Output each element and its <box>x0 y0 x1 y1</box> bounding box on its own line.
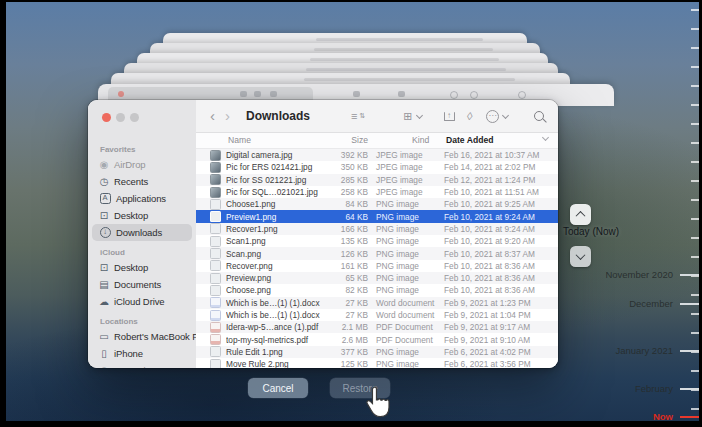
file-date-added: Feb 10, 2021 at 8:36 AM <box>444 261 558 271</box>
file-row[interactable]: Choose1.png84 KBPNG imageFeb 10, 2021 at… <box>196 198 558 210</box>
file-row[interactable]: Which is be…(1) (1).docx27 KBWord docume… <box>196 309 558 321</box>
file-date-added: Feb 6, 2021 at 3:56 PM <box>444 359 558 368</box>
file-size: 2.1 MB <box>334 322 368 332</box>
time-machine-screen: Favorites◉AirDrop◷RecentsAApplications⊡D… <box>0 0 702 427</box>
sort-direction-icon[interactable] <box>542 134 549 141</box>
file-size: 350 KB <box>334 162 368 172</box>
timeline-tick <box>691 313 699 315</box>
file-row[interactable]: Digital camera.jpg392 KBJPEG imageFeb 16… <box>196 149 558 161</box>
file-name: Pic for SS 021221.jpg <box>226 175 334 185</box>
back-icon[interactable]: ‹ <box>210 109 215 123</box>
file-thumbnail <box>210 211 221 222</box>
minimize-window-button[interactable] <box>116 113 125 122</box>
file-thumbnail <box>210 199 221 210</box>
network-icon: ⊕ <box>98 366 110 369</box>
tag-icon[interactable]: ◊ <box>467 111 472 122</box>
timeline-tick <box>691 237 699 239</box>
column-header-name[interactable]: Name <box>228 135 251 145</box>
file-row[interactable]: Scan.png126 KBPNG imageFeb 10, 2021 at 8… <box>196 247 558 259</box>
file-row[interactable]: Pic for ERS 021421.jpg350 KBJPEG imageFe… <box>196 161 558 173</box>
finder-toolbar: ‹ › Downloads ≡⇅⊞↑◊⋯ <box>196 100 558 133</box>
file-name: Which is be…(1) (1).docx <box>226 298 334 308</box>
timeline-marker-label[interactable]: January 2021 <box>615 345 673 356</box>
sidebar-item-iphone[interactable]: ▯iPhone <box>92 345 192 362</box>
file-row[interactable]: Which is be…(1) (1).docx27 KBWord docume… <box>196 297 558 309</box>
column-header-size[interactable]: Size <box>326 135 368 145</box>
file-date-added: Feb 9, 2021 at 9:10 AM <box>444 335 558 345</box>
file-thumbnail <box>210 223 221 234</box>
file-thumbnail <box>210 162 221 173</box>
sidebar-item-robert-s-macbook-pro[interactable]: ▭Robert's MacBook Pro <box>92 328 192 345</box>
desktop-icon: ⊡ <box>98 211 110 221</box>
file-row[interactable]: top-my-sql-metrics.pdf2.6 MBPDF Document… <box>196 333 558 345</box>
sidebar-item-network[interactable]: ⊕Network <box>92 362 192 368</box>
faded-toolbar-icon <box>398 91 405 97</box>
file-row[interactable]: Idera-wp-5…ance (1).pdf2.1 MBPDF Documen… <box>196 321 558 333</box>
file-row[interactable]: Scan1.png135 KBPNG imageFeb 10, 2021 at … <box>196 235 558 247</box>
sidebar-section-label: iCloud <box>100 248 196 257</box>
zoom-window-button[interactable] <box>130 113 139 122</box>
iphone-icon: ▯ <box>98 349 110 359</box>
file-date-added: Feb 10, 2021 at 11:51 AM <box>444 187 558 197</box>
timeline-marker-label[interactable]: February <box>635 383 673 394</box>
timeline-marker-label[interactable]: December <box>629 298 673 309</box>
forward-icon[interactable]: › <box>225 109 230 123</box>
file-row[interactable]: Pic for SQL…021021.jpg258 KBJPEG imageFe… <box>196 186 558 198</box>
macbook-icon: ▭ <box>98 332 110 342</box>
timeline-tick <box>691 66 699 68</box>
file-row[interactable]: Rule Edit 1.png377 KBPNG imageFeb 6, 202… <box>196 346 558 358</box>
timeline-marker-label[interactable]: November 2020 <box>605 269 673 280</box>
file-name: Preview.png <box>226 273 334 283</box>
file-size: 392 KB <box>334 150 368 160</box>
group-icon[interactable]: ⊞ <box>403 111 421 122</box>
sidebar-item-desktop[interactable]: ⊡Desktop <box>92 207 192 224</box>
file-row[interactable]: Move Rule 2.png125 KBPNG imageFeb 6, 202… <box>196 358 558 368</box>
timeline-marker-label[interactable]: Now <box>653 411 673 422</box>
file-kind: PDF Document <box>376 335 438 345</box>
timeline-tick <box>691 28 699 30</box>
cancel-button[interactable]: Cancel <box>248 378 308 398</box>
file-date-added: Feb 10, 2021 at 9:24 AM <box>444 224 558 234</box>
faded-toolbar-icon <box>470 91 478 99</box>
file-size: 125 KB <box>334 359 368 368</box>
file-name: Move Rule 2.png <box>226 359 334 368</box>
search-icon[interactable] <box>534 111 544 121</box>
sidebar-item-icloud-drive[interactable]: ☁iCloud Drive <box>92 293 192 310</box>
file-row[interactable]: Pic for SS 021221.jpg285 KBJPEG imageFeb… <box>196 174 558 186</box>
column-header-date-added[interactable]: Date Added <box>446 135 493 145</box>
clock-icon: ◷ <box>98 177 110 187</box>
column-header-kind[interactable]: Kind <box>412 135 429 145</box>
share-icon[interactable]: ↑ <box>444 112 455 121</box>
file-row[interactable]: Recover1.png166 KBPNG imageFeb 10, 2021 … <box>196 223 558 235</box>
sidebar-item-airdrop[interactable]: ◉AirDrop <box>92 156 192 173</box>
timeline-tick <box>691 218 699 220</box>
sidebar-item-desktop[interactable]: ⊡Desktop <box>92 259 192 276</box>
sidebar-item-downloads[interactable]: ↓Downloads <box>92 224 192 241</box>
faded-toolbar-icon <box>240 91 247 97</box>
toolbar-icons: ≡⇅⊞↑◊⋯ <box>351 110 544 123</box>
sidebar-item-recents[interactable]: ◷Recents <box>92 173 192 190</box>
timeline-tick <box>691 85 699 87</box>
file-row[interactable]: Preview1.png64 KBPNG imageFeb 10, 2021 a… <box>196 210 558 222</box>
snapshot-timeline[interactable]: November 2020DecemberJanuary 2021Februar… <box>559 2 699 421</box>
file-kind: Word document <box>376 298 438 308</box>
applications-icon: A <box>100 193 111 204</box>
file-size: 166 KB <box>334 224 368 234</box>
file-kind: PNG image <box>376 347 438 357</box>
close-window-button[interactable] <box>102 113 111 122</box>
file-row[interactable]: Recover.png161 KBPNG imageFeb 10, 2021 a… <box>196 260 558 272</box>
cloud-icon: ☁ <box>98 297 110 307</box>
sidebar-item-documents[interactable]: ▤Documents <box>92 276 192 293</box>
sidebar-sections: Favorites◉AirDrop◷RecentsAApplications⊡D… <box>88 100 196 368</box>
file-size: 377 KB <box>334 347 368 357</box>
file-date-added: Feb 12, 2021 at 1:24 PM <box>444 175 558 185</box>
more-icon[interactable]: ⋯ <box>486 110 508 123</box>
timeline-tick <box>691 256 699 258</box>
sidebar-item-label: Desktop <box>114 210 148 221</box>
file-row[interactable]: Preview.png65 KBPNG imageFeb 10, 2021 at… <box>196 272 558 284</box>
airdrop-icon: ◉ <box>98 160 110 170</box>
list-view-icon[interactable]: ≡⇅ <box>351 111 365 122</box>
sidebar-item-applications[interactable]: AApplications <box>92 190 192 207</box>
timeline-marker-tick <box>680 303 699 305</box>
file-row[interactable]: Choose.png82 KBPNG imageFeb 10, 2021 at … <box>196 284 558 296</box>
